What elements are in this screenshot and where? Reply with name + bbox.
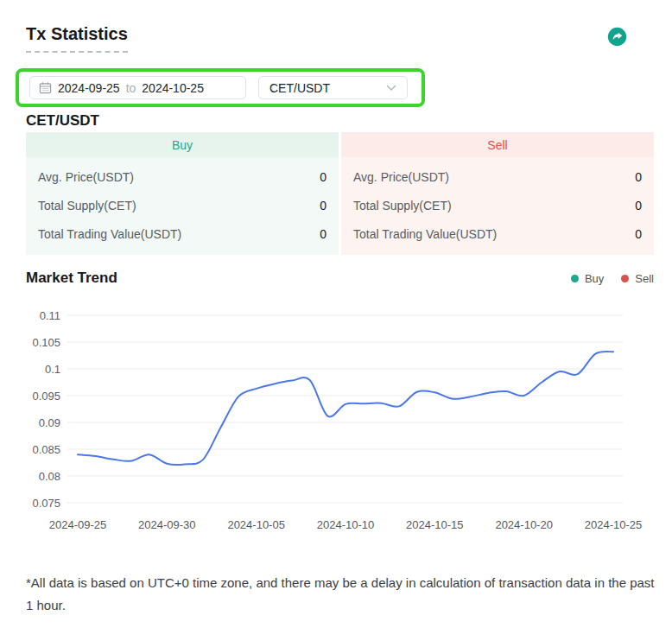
y-axis-tick-label: 0.09 bbox=[39, 416, 60, 429]
sell-legend-dot-icon bbox=[621, 275, 629, 282]
date-range-end[interactable]: 2024-10-25 bbox=[142, 81, 204, 95]
stat-value: 0 bbox=[320, 227, 326, 241]
stat-value: 0 bbox=[320, 199, 326, 213]
stat-value: 0 bbox=[635, 170, 642, 184]
share-button[interactable] bbox=[607, 27, 627, 47]
legend-label: Buy bbox=[585, 272, 604, 285]
chart-legend: Buy Sell bbox=[571, 272, 654, 285]
stat-label: Avg. Price(USDT) bbox=[38, 170, 134, 184]
x-axis-tick-label: 2024-10-10 bbox=[317, 518, 375, 531]
y-axis-tick-label: 0.105 bbox=[32, 336, 60, 349]
table-row: Total Supply(CET) 0 bbox=[26, 191, 339, 219]
y-axis-tick-label: 0.085 bbox=[32, 443, 60, 456]
share-icon bbox=[607, 27, 627, 47]
stat-label: Avg. Price(USDT) bbox=[353, 170, 449, 184]
x-axis-tick-label: 2024-10-05 bbox=[227, 518, 285, 531]
buy-column-header: Buy bbox=[26, 132, 339, 157]
buy-column-body: Avg. Price(USDT) 0 Total Supply(CET) 0 T… bbox=[26, 157, 339, 255]
y-axis-tick-label: 0.1 bbox=[45, 363, 60, 376]
date-range-start[interactable]: 2024-09-25 bbox=[58, 81, 120, 95]
sell-column: Sell Avg. Price(USDT) 0 Total Supply(CET… bbox=[341, 132, 654, 255]
stat-value: 0 bbox=[635, 227, 642, 241]
date-range-picker[interactable]: 2024-09-25 to 2024-10-25 bbox=[29, 76, 246, 99]
table-row: Total Supply(CET) 0 bbox=[341, 191, 654, 219]
stat-label: Total Trading Value(USDT) bbox=[38, 227, 181, 241]
page-title: Tx Statistics bbox=[26, 24, 128, 53]
sell-column-header: Sell bbox=[341, 132, 654, 157]
x-axis-tick-label: 2024-10-25 bbox=[585, 518, 643, 531]
table-row: Total Trading Value(USDT) 0 bbox=[26, 219, 339, 248]
table-row: Avg. Price(USDT) 0 bbox=[341, 162, 654, 191]
footnote: *All data is based on UTC+0 time zone, a… bbox=[26, 572, 665, 618]
stat-value: 0 bbox=[320, 170, 326, 184]
market-trend-title: Market Trend bbox=[26, 270, 117, 287]
calendar-icon bbox=[39, 81, 52, 94]
stat-label: Total Supply(CET) bbox=[353, 199, 452, 213]
date-range-separator: to bbox=[126, 81, 136, 95]
legend-label: Sell bbox=[635, 272, 654, 285]
market-pair-select-value: CET/USDT bbox=[269, 81, 330, 95]
table-row: Avg. Price(USDT) 0 bbox=[26, 162, 339, 191]
highlight-annotation-box: 2024-09-25 to 2024-10-25 CET/USDT bbox=[16, 68, 425, 107]
pair-title: CET/USDT bbox=[26, 112, 99, 130]
x-axis-tick-label: 2024-10-15 bbox=[406, 518, 464, 531]
stat-value: 0 bbox=[635, 199, 642, 213]
chevron-down-icon bbox=[386, 85, 396, 92]
stat-label: Total Supply(CET) bbox=[38, 199, 136, 213]
market-trend-header: Market Trend Buy Sell bbox=[26, 270, 654, 287]
y-axis-tick-label: 0.11 bbox=[40, 309, 60, 322]
sell-column-body: Avg. Price(USDT) 0 Total Supply(CET) 0 T… bbox=[341, 157, 654, 255]
stats-table: Buy Avg. Price(USDT) 0 Total Supply(CET)… bbox=[26, 132, 654, 255]
legend-item-buy[interactable]: Buy bbox=[571, 272, 604, 285]
page-title-wrap: Tx Statistics bbox=[26, 24, 128, 53]
x-axis-tick-label: 2024-09-25 bbox=[49, 518, 107, 531]
x-axis-tick-label: 2024-10-20 bbox=[495, 518, 553, 531]
trend-line-chart-svg: 0.110.1050.10.0950.090.0850.080.0752024-… bbox=[0, 301, 672, 536]
y-axis-tick-label: 0.08 bbox=[39, 470, 60, 483]
legend-item-sell[interactable]: Sell bbox=[621, 272, 654, 285]
y-axis-tick-label: 0.095 bbox=[32, 390, 60, 403]
tx-statistics-page: Tx Statistics 2024-09-25 to 2024-10-25 C… bbox=[0, 0, 672, 628]
y-axis-tick-label: 0.075 bbox=[32, 497, 60, 510]
x-axis-tick-label: 2024-09-30 bbox=[138, 518, 196, 531]
market-pair-select[interactable]: CET/USDT bbox=[258, 76, 408, 99]
buy-legend-dot-icon bbox=[571, 275, 579, 282]
stat-label: Total Trading Value(USDT) bbox=[353, 227, 497, 241]
market-trend-chart: 0.110.1050.10.0950.090.0850.080.0752024-… bbox=[0, 301, 672, 536]
table-row: Total Trading Value(USDT) 0 bbox=[341, 219, 654, 248]
buy-column: Buy Avg. Price(USDT) 0 Total Supply(CET)… bbox=[26, 132, 339, 255]
